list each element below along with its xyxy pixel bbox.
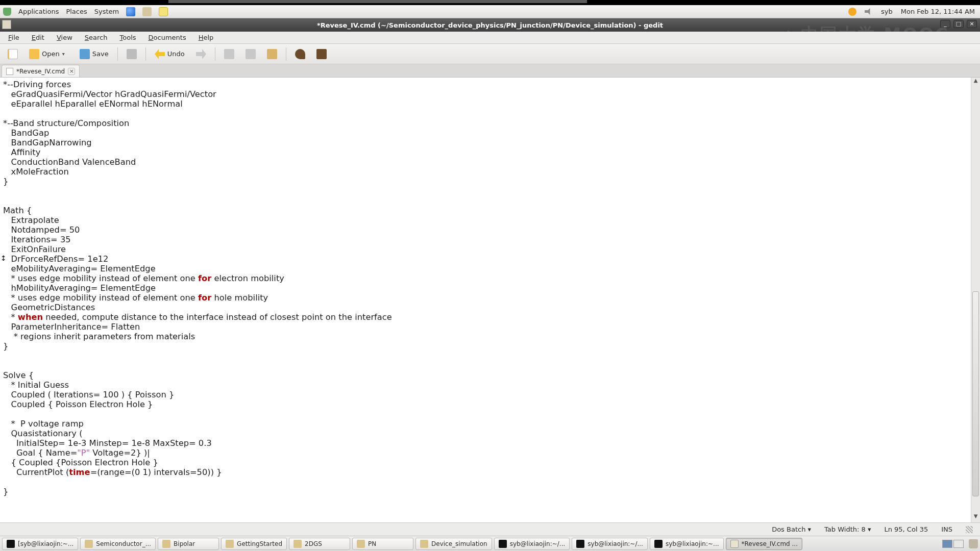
taskbar-label: *Revese_IV.cmd ...: [742, 540, 798, 547]
undo-button[interactable]: Undo: [150, 46, 189, 62]
document-tab[interactable]: *Revese_IV.cmd ×: [2, 65, 80, 77]
vertical-scrollbar[interactable]: ▲ ▼: [971, 78, 980, 522]
cut-button[interactable]: [219, 46, 239, 62]
taskbar-item[interactable]: [syb@lixiaojin:~...: [2, 538, 78, 550]
workspace-switcher[interactable]: [942, 540, 967, 548]
new-button[interactable]: [3, 46, 22, 62]
taskbar-label: syb@lixiaojin:~...: [666, 540, 719, 547]
taskbar-label: syb@lixiaojin:~/...: [587, 540, 643, 547]
save-label: Save: [92, 50, 109, 58]
status-insert-mode[interactable]: INS: [941, 525, 952, 533]
taskbar-item[interactable]: *Revese_IV.cmd ...: [726, 538, 802, 550]
taskbar-label: Device_simulation: [431, 540, 487, 547]
folder-icon: [85, 540, 93, 548]
menu-search[interactable]: Search: [80, 32, 113, 43]
paste-icon: [267, 49, 277, 59]
terminal-icon: [7, 540, 15, 548]
save-disk-icon: [80, 49, 90, 59]
toolbar-separator: [215, 47, 215, 61]
taskbar-label: syb@lixiaojin:~/...: [510, 540, 566, 547]
status-cursor-pos: Ln 95, Col 35: [884, 525, 928, 533]
status-tabwidth[interactable]: Tab Width: 8 ▾: [824, 525, 871, 533]
terminal-icon: [576, 540, 584, 548]
open-folder-icon: [29, 49, 39, 59]
print-icon: [127, 49, 137, 59]
editor-wrap: *--Driving forces eGradQuasiFermi/Vector…: [0, 78, 980, 522]
folder-icon: [357, 540, 365, 548]
menu-places[interactable]: Places: [66, 8, 87, 15]
taskbar-label: PN: [368, 540, 376, 547]
cut-icon: [224, 49, 234, 59]
clock[interactable]: Mon Feb 12, 11:44 AM: [901, 8, 975, 15]
taskbar-item[interactable]: syb@lixiaojin:~...: [650, 538, 724, 550]
workspace-1[interactable]: [942, 540, 952, 548]
menu-documents[interactable]: Documents: [143, 32, 191, 43]
undo-icon: [155, 49, 165, 59]
statusbar: Dos Batch ▾ Tab Width: 8 ▾ Ln 95, Col 35…: [0, 522, 980, 536]
sound-icon[interactable]: [865, 8, 873, 16]
menubar: File Edit View Search Tools Documents He…: [0, 32, 980, 44]
folder-icon: [162, 540, 170, 548]
tab-filename: *Revese_IV.cmd: [16, 68, 65, 75]
window-minimize[interactable]: _: [940, 20, 950, 28]
firefox-icon[interactable]: [126, 7, 135, 16]
trash-icon[interactable]: [969, 539, 978, 548]
window-title: *Revese_IV.cmd (~/Semiconductor_device_p…: [317, 21, 663, 29]
chevron-down-icon: ▾: [808, 525, 812, 533]
menu-system[interactable]: System: [94, 8, 119, 15]
undo-label: Undo: [167, 50, 185, 58]
scroll-up-icon[interactable]: ▲: [971, 78, 980, 87]
gnome-foot-icon[interactable]: [3, 8, 11, 16]
gedit-app-icon: [2, 20, 11, 29]
menu-applications[interactable]: Applications: [18, 8, 59, 15]
text-editor[interactable]: *--Driving forces eGradQuasiFermi/Vector…: [0, 78, 971, 522]
home-icon[interactable]: [142, 7, 152, 16]
copy-button[interactable]: [241, 46, 260, 62]
tab-close-icon[interactable]: ×: [68, 68, 75, 75]
taskbar-item[interactable]: GettingStarted: [221, 538, 287, 550]
taskbar-item[interactable]: PN: [352, 538, 413, 550]
resize-grip-icon[interactable]: [966, 526, 973, 533]
scroll-track[interactable]: [971, 87, 980, 513]
menu-help[interactable]: Help: [193, 32, 219, 43]
menu-file[interactable]: File: [3, 32, 24, 43]
menu-edit[interactable]: Edit: [27, 32, 50, 43]
taskbar-label: [syb@lixiaojin:~...: [18, 540, 74, 547]
weather-icon[interactable]: [848, 8, 856, 16]
open-button[interactable]: Open▾: [24, 46, 73, 62]
taskbar-item[interactable]: syb@lixiaojin:~/...: [572, 538, 648, 550]
taskbar-item[interactable]: syb@lixiaojin:~/...: [494, 538, 570, 550]
taskbar-item[interactable]: Bipolar: [158, 538, 219, 550]
replace-button[interactable]: [312, 46, 331, 62]
notes-icon[interactable]: [159, 7, 168, 16]
taskbar-item[interactable]: Semiconductor_...: [80, 538, 156, 550]
find-icon: [295, 49, 305, 59]
scroll-thumb[interactable]: [972, 291, 979, 496]
taskbar-item[interactable]: Device_simulation: [415, 538, 492, 550]
toolbar-separator: [286, 47, 286, 61]
taskbar-item[interactable]: 2DGS: [289, 538, 350, 550]
top-highlight: [168, 0, 587, 3]
terminal-icon: [654, 540, 663, 548]
taskbar-label: Bipolar: [174, 540, 195, 547]
paste-button[interactable]: [262, 46, 282, 62]
gutter-cursor-icon: ↕: [1, 254, 7, 262]
workspace-2[interactable]: [953, 540, 964, 548]
menu-view[interactable]: View: [52, 32, 78, 43]
user-name[interactable]: syb: [881, 8, 893, 15]
save-button[interactable]: Save: [75, 46, 113, 62]
print-button[interactable]: [122, 46, 141, 62]
window-maximize[interactable]: □: [953, 20, 964, 28]
menu-tools[interactable]: Tools: [115, 32, 141, 43]
gnome-panel: Applications Places System syb Mon Feb 1…: [0, 5, 980, 18]
status-language[interactable]: Dos Batch ▾: [772, 525, 811, 533]
bottom-taskbar: [syb@lixiaojin:~...Semiconductor_...Bipo…: [0, 536, 980, 551]
copy-icon: [246, 49, 256, 59]
window-titlebar[interactable]: *Revese_IV.cmd (~/Semiconductor_device_p…: [0, 18, 980, 32]
scroll-down-icon[interactable]: ▼: [971, 513, 980, 522]
redo-button[interactable]: [191, 46, 211, 62]
window-close[interactable]: ×: [967, 20, 977, 28]
taskbar-label: GettingStarted: [237, 540, 282, 547]
terminal-icon: [499, 540, 507, 548]
find-button[interactable]: [290, 46, 310, 62]
